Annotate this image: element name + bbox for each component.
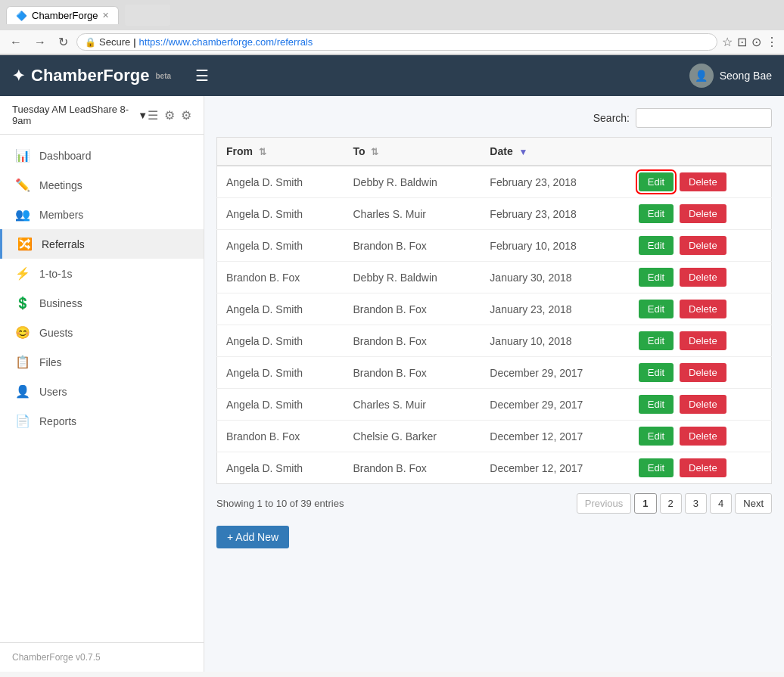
edit-button[interactable]: Edit: [639, 236, 674, 255]
address-url: https://www.chamberforge.com/referrals: [139, 36, 313, 48]
menu-dots-icon[interactable]: ⋮: [766, 35, 778, 49]
forward-button[interactable]: →: [30, 34, 50, 51]
sidebar-item-members[interactable]: 👥 Members: [0, 200, 204, 229]
sort-from-icon[interactable]: ⇅: [259, 147, 266, 157]
address-bar[interactable]: 🔒 Secure | https://www.chamberforge.com/…: [76, 33, 717, 51]
delete-button[interactable]: Delete: [680, 427, 726, 446]
cell-date: December 29, 2017: [481, 357, 629, 389]
top-nav: ✦ ChamberForge beta ☰ 👤 Seong Bae: [0, 55, 784, 96]
delete-button[interactable]: Delete: [680, 458, 726, 477]
sidebar-footer: ChamberForge v0.7.5: [0, 642, 204, 672]
cell-from[interactable]: Angela D. Smith: [217, 230, 344, 262]
brand-arrow-icon: ✦: [12, 67, 25, 85]
search-input[interactable]: [636, 108, 772, 128]
sidebar-item-users[interactable]: 👤 Users: [0, 377, 204, 406]
settings2-icon[interactable]: ⚙: [181, 108, 191, 123]
sidebar-item-1-to-1s[interactable]: ⚡ 1-to-1s: [0, 259, 204, 288]
table-row: Angela D. Smith Brandon B. Fox January 1…: [217, 325, 772, 357]
hamburger-menu[interactable]: ☰: [189, 64, 215, 88]
delete-button[interactable]: Delete: [680, 300, 726, 318]
cell-to[interactable]: Chelsie G. Barker: [344, 421, 481, 452]
page-2-button[interactable]: 2: [660, 493, 682, 514]
delete-button[interactable]: Delete: [680, 395, 726, 414]
table-row: Angela D. Smith Brandon B. Fox February …: [217, 230, 772, 262]
delete-button[interactable]: Delete: [680, 204, 726, 223]
delete-button[interactable]: Delete: [680, 172, 726, 191]
back-button[interactable]: ←: [6, 34, 26, 51]
cell-from[interactable]: Angela D. Smith: [217, 293, 344, 325]
delete-button[interactable]: Delete: [680, 363, 726, 382]
cell-from[interactable]: Angela D. Smith: [217, 166, 344, 198]
sort-date-icon[interactable]: ▼: [519, 147, 528, 157]
sidebar-item-guests[interactable]: 😊 Guests: [0, 318, 204, 347]
edit-button[interactable]: Edit: [639, 331, 674, 350]
add-new-button[interactable]: + Add New: [216, 526, 289, 548]
next-button[interactable]: Next: [735, 493, 772, 514]
guests-icon: 😊: [15, 325, 30, 340]
page-4-button[interactable]: 4: [710, 493, 732, 514]
cast-icon[interactable]: ⊡: [737, 35, 747, 49]
cell-from[interactable]: Angela D. Smith: [217, 452, 344, 484]
sidebar-item-meetings[interactable]: ✏️ Meetings: [0, 170, 204, 200]
cell-to[interactable]: Brandon B. Fox: [344, 357, 481, 389]
edit-button[interactable]: Edit: [639, 172, 674, 191]
browser-tab[interactable]: 🔷 ChamberForge ✕: [6, 6, 119, 24]
page-1-button[interactable]: 1: [634, 493, 656, 514]
edit-button[interactable]: Edit: [639, 268, 674, 287]
cell-from[interactable]: Angela D. Smith: [217, 325, 344, 357]
sidebar-label-users: Users: [39, 386, 67, 398]
table-row: Angela D. Smith Charles S. Muir December…: [217, 389, 772, 421]
cell-to[interactable]: Charles S. Muir: [344, 198, 481, 230]
sidebar-item-files[interactable]: 📋 Files: [0, 347, 204, 377]
table-body: Angela D. Smith Debby R. Baldwin Februar…: [217, 166, 772, 484]
sidebar-item-business[interactable]: 💲 Business: [0, 288, 204, 318]
col-from: From ⇅: [217, 138, 344, 166]
showing-text: Showing 1 to 10 of 39 entries: [216, 498, 344, 509]
edit-button[interactable]: Edit: [639, 363, 674, 382]
cell-from[interactable]: Angela D. Smith: [217, 357, 344, 389]
browser-actions: ☆ ⊡ ⊙ ⋮: [722, 35, 778, 49]
delete-button[interactable]: Delete: [680, 236, 726, 255]
previous-button[interactable]: Previous: [577, 493, 632, 514]
page-3-button[interactable]: 3: [685, 493, 707, 514]
cell-date: January 23, 2018: [481, 293, 629, 325]
table-row: Angela D. Smith Charles S. Muir February…: [217, 198, 772, 230]
user-menu[interactable]: 👤 Seong Bae: [689, 64, 772, 88]
sort-to-icon[interactable]: ⇅: [371, 147, 378, 157]
screenshot-icon[interactable]: ⊙: [751, 35, 761, 49]
reports-icon: 📄: [15, 414, 30, 428]
delete-button[interactable]: Delete: [680, 268, 726, 287]
cell-to[interactable]: Brandon B. Fox: [344, 230, 481, 262]
secure-text: Secure: [99, 36, 130, 48]
cell-to[interactable]: Debby R. Baldwin: [344, 262, 481, 293]
list-icon[interactable]: ☰: [148, 108, 158, 123]
edit-button[interactable]: Edit: [639, 204, 674, 223]
edit-button[interactable]: Edit: [639, 395, 674, 414]
group-dropdown[interactable]: Tuesday AM LeadShare 8-9am ▼: [12, 104, 148, 126]
table-row: Brandon B. Fox Chelsie G. Barker Decembe…: [217, 421, 772, 452]
sidebar-item-referrals[interactable]: 🔀 Referrals: [0, 229, 204, 259]
star-icon[interactable]: ☆: [722, 35, 733, 49]
sidebar-label-reports: Reports: [39, 415, 76, 427]
delete-button[interactable]: Delete: [680, 331, 726, 350]
cell-from[interactable]: Brandon B. Fox: [217, 262, 344, 293]
sidebar-item-dashboard[interactable]: 📊 Dashboard: [0, 141, 204, 170]
cell-to[interactable]: Brandon B. Fox: [344, 293, 481, 325]
gear-icon[interactable]: ⚙: [164, 108, 175, 123]
edit-button[interactable]: Edit: [639, 300, 674, 318]
refresh-button[interactable]: ↻: [54, 33, 72, 51]
cell-from[interactable]: Brandon B. Fox: [217, 421, 344, 452]
tab-close-icon[interactable]: ✕: [102, 11, 109, 20]
cell-from[interactable]: Angela D. Smith: [217, 389, 344, 421]
cell-to[interactable]: Charles S. Muir: [344, 389, 481, 421]
sidebar-item-reports[interactable]: 📄 Reports: [0, 406, 204, 436]
sidebar-label-files: Files: [39, 356, 62, 368]
cell-to[interactable]: Brandon B. Fox: [344, 325, 481, 357]
cell-from[interactable]: Angela D. Smith: [217, 198, 344, 230]
referrals-icon: 🔀: [17, 237, 33, 251]
cell-to[interactable]: Brandon B. Fox: [344, 452, 481, 484]
table-row: Brandon B. Fox Debby R. Baldwin January …: [217, 262, 772, 293]
edit-button[interactable]: Edit: [639, 427, 674, 446]
edit-button[interactable]: Edit: [639, 458, 674, 477]
cell-to[interactable]: Debby R. Baldwin: [344, 166, 481, 198]
